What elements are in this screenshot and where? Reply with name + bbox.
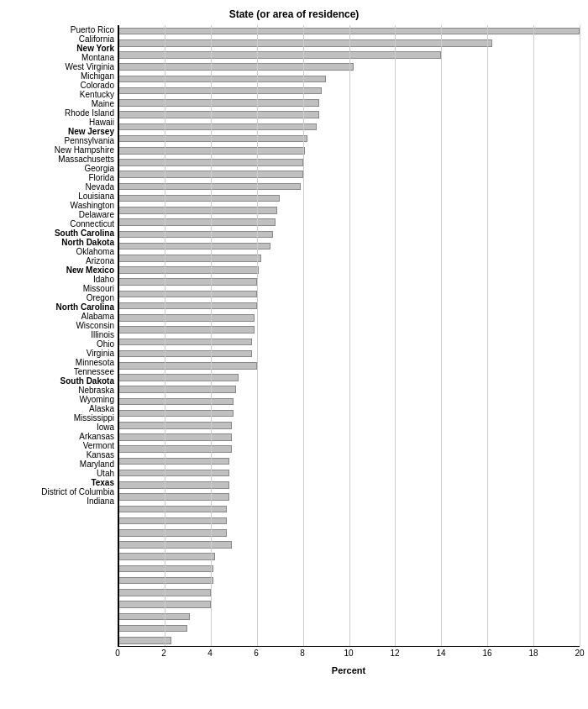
bar bbox=[118, 111, 319, 118]
y-label: Oklahoma bbox=[8, 247, 118, 256]
y-label: Oregon bbox=[8, 293, 118, 302]
bar bbox=[118, 541, 232, 549]
x-tick-label: 8 bbox=[300, 649, 305, 658]
x-tick-label: 2 bbox=[161, 649, 166, 658]
chart-body: Puerto RicoCaliforniaNew YorkMontanaWest… bbox=[8, 25, 580, 647]
y-label: Tennessee bbox=[8, 367, 118, 376]
bar bbox=[118, 625, 187, 633]
x-tick-label: 16 bbox=[482, 649, 491, 658]
bar bbox=[118, 481, 229, 489]
bar bbox=[118, 147, 305, 155]
bar bbox=[118, 613, 190, 621]
x-tick-label: 18 bbox=[528, 649, 538, 658]
bar bbox=[118, 339, 252, 346]
y-label: Wyoming bbox=[8, 395, 118, 404]
y-label: Puerto Rico bbox=[8, 25, 118, 34]
bar bbox=[118, 291, 257, 298]
x-axis-label: Percent bbox=[118, 665, 580, 675]
bar bbox=[118, 243, 270, 250]
y-label: South Carolina bbox=[8, 228, 118, 238]
y-label: Nebraska bbox=[8, 386, 118, 395]
x-tick-label: 0 bbox=[115, 649, 120, 658]
chart-container: State (or area of residence) Puerto Rico… bbox=[0, 0, 588, 709]
y-label: Connecticut bbox=[8, 219, 118, 228]
y-label: Utah bbox=[8, 469, 118, 478]
bar bbox=[118, 314, 255, 322]
y-label: Illinois bbox=[8, 330, 118, 339]
y-label: Virginia bbox=[8, 349, 118, 358]
bar bbox=[118, 553, 215, 560]
y-label: North Carolina bbox=[8, 302, 118, 312]
bar bbox=[118, 445, 232, 453]
y-label: Alaska bbox=[8, 404, 118, 413]
bar bbox=[118, 398, 234, 406]
bar bbox=[118, 302, 257, 310]
y-label: Mississippi bbox=[8, 413, 118, 423]
y-label: Massachusetts bbox=[8, 155, 118, 164]
bar bbox=[118, 123, 317, 131]
bar bbox=[118, 51, 441, 59]
bar bbox=[118, 386, 236, 393]
y-label: West Virginia bbox=[8, 62, 118, 71]
y-label: District of Columbia bbox=[8, 487, 118, 496]
bar bbox=[118, 135, 307, 143]
bar bbox=[118, 63, 354, 71]
y-labels: Puerto RicoCaliforniaNew YorkMontanaWest… bbox=[8, 25, 118, 647]
bar bbox=[118, 207, 277, 214]
y-label: Alabama bbox=[8, 312, 118, 321]
y-label: Kansas bbox=[8, 450, 118, 460]
bar bbox=[118, 350, 252, 358]
y-label: Wisconsin bbox=[8, 321, 118, 330]
bar bbox=[118, 422, 232, 429]
x-tick-label: 6 bbox=[254, 649, 259, 658]
bar bbox=[118, 218, 276, 226]
bar bbox=[118, 278, 257, 286]
y-label: Missouri bbox=[8, 284, 118, 293]
bar bbox=[118, 76, 326, 83]
bar bbox=[118, 195, 280, 202]
y-label: New Jersey bbox=[8, 127, 118, 136]
y-label: Arkansas bbox=[8, 432, 118, 441]
y-label: Rhode Island bbox=[8, 108, 118, 118]
y-label: Maryland bbox=[8, 460, 118, 469]
y-label: Colorado bbox=[8, 81, 118, 90]
y-label: Maine bbox=[8, 99, 118, 108]
x-tick-label: 10 bbox=[344, 649, 353, 658]
y-label: Kentucky bbox=[8, 90, 118, 99]
y-label: Washington bbox=[8, 201, 118, 210]
y-label: Pennsylvania bbox=[8, 136, 118, 145]
y-label: New Mexico bbox=[8, 265, 118, 275]
y-label: Georgia bbox=[8, 164, 118, 173]
y-label: Louisiana bbox=[8, 192, 118, 201]
x-tick-label: 14 bbox=[436, 649, 445, 658]
bar bbox=[118, 458, 229, 465]
bar bbox=[118, 470, 229, 477]
bar bbox=[118, 410, 234, 418]
y-label: Vermont bbox=[8, 441, 118, 450]
bar bbox=[118, 99, 319, 107]
y-label: Ohio bbox=[8, 339, 118, 349]
y-label: Florida bbox=[8, 173, 118, 182]
y-label: New Hampshire bbox=[8, 145, 118, 155]
bar bbox=[118, 577, 213, 585]
y-label: New York bbox=[8, 44, 118, 53]
y-label: Hawaii bbox=[8, 118, 118, 127]
y-label: North Dakota bbox=[8, 238, 118, 247]
y-label: Montana bbox=[8, 53, 118, 62]
y-label: Idaho bbox=[8, 275, 118, 284]
bar bbox=[118, 493, 229, 501]
y-label: Indiana bbox=[8, 496, 118, 506]
y-label: California bbox=[8, 34, 118, 44]
bar bbox=[118, 87, 322, 95]
x-tick-label: 20 bbox=[575, 649, 584, 658]
bars-area bbox=[118, 25, 580, 647]
bar bbox=[118, 326, 255, 333]
y-label: Delaware bbox=[8, 210, 118, 219]
bar bbox=[118, 433, 232, 441]
bar bbox=[118, 362, 257, 370]
bar bbox=[118, 565, 213, 573]
y-label: Iowa bbox=[8, 423, 118, 432]
y-label: South Dakota bbox=[8, 376, 118, 386]
bar bbox=[118, 183, 301, 191]
y-label: Minnesota bbox=[8, 358, 118, 367]
